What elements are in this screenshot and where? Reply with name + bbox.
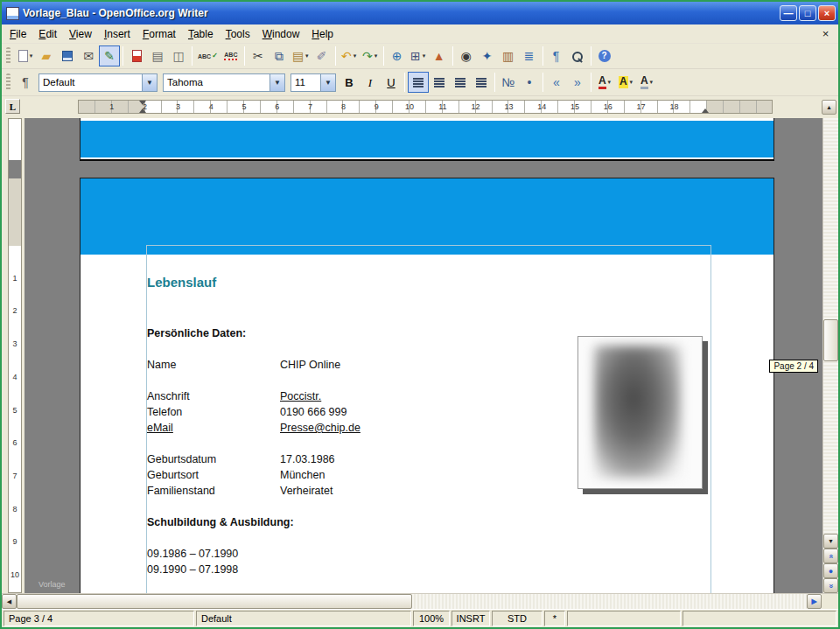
horizontal-scrollbar[interactable]: ◀ ▶ — [2, 593, 838, 609]
scroll-up-button[interactable]: ▲ — [822, 100, 836, 115]
status-pane-1[interactable]: Page 3 / 4 — [4, 611, 194, 626]
save-button[interactable] — [57, 45, 78, 66]
status-pane-7[interactable] — [567, 611, 681, 626]
minimize-button[interactable]: — — [780, 5, 797, 21]
status-pane-4[interactable]: INSRT — [452, 611, 490, 626]
insert-table-button[interactable]: ⊞▾ — [408, 45, 429, 66]
scroll-down-button[interactable]: ▼ — [823, 534, 838, 549]
close-button[interactable]: × — [818, 5, 836, 21]
toolbar-grip[interactable] — [6, 47, 10, 65]
font-name-select[interactable]: Tahoma ▼ — [163, 73, 285, 92]
toolbar-grip[interactable] — [6, 73, 10, 91]
next-page-button[interactable]: » — [823, 578, 838, 593]
export-as-pdf-button[interactable] — [126, 45, 147, 66]
menu-format[interactable]: Format — [136, 25, 182, 43]
zoom-button[interactable] — [567, 45, 588, 66]
horizontal-scroll-track[interactable] — [17, 594, 807, 609]
status-pane-2[interactable]: Default — [196, 611, 411, 626]
cut-button[interactable]: ✂ — [248, 45, 269, 66]
font-color-button[interactable]: A▾ — [594, 72, 615, 93]
styles-and-formatting-button[interactable]: ¶ — [15, 72, 36, 93]
status-pane-6[interactable]: * — [544, 611, 565, 626]
scroll-right-button[interactable]: ▶ — [807, 594, 822, 609]
highlighting-dropdown-arrow[interactable]: ▾ — [630, 79, 634, 86]
nonprinting-characters-button[interactable]: ¶ — [546, 45, 567, 66]
right-indent-marker[interactable] — [702, 108, 709, 113]
menu-file[interactable]: File — [4, 25, 32, 43]
menu-tools[interactable]: Tools — [220, 25, 256, 43]
highlighting-button[interactable]: A▾ — [615, 72, 636, 93]
menu-window[interactable]: Window — [256, 25, 306, 43]
new-document-dropdown-arrow[interactable]: ▾ — [30, 52, 33, 59]
vertical-scroll-thumb[interactable] — [823, 319, 838, 361]
redo-button[interactable]: ↷▾ — [360, 45, 381, 66]
justified-button[interactable] — [471, 72, 492, 93]
photo-frame[interactable] — [578, 336, 703, 489]
status-pane-8[interactable] — [682, 611, 836, 626]
numbering-button[interactable]: № — [498, 72, 519, 93]
format-paintbrush-button[interactable]: ✐ — [312, 45, 332, 66]
draw-functions-button[interactable]: ▲ — [429, 45, 450, 66]
font-size-select[interactable]: 11 ▼ — [290, 73, 336, 92]
copy-button[interactable]: ⧉ — [269, 45, 290, 66]
increase-indent-button[interactable]: » — [567, 72, 588, 93]
vertical-ruler[interactable]: 12345678910 — [2, 118, 24, 593]
menu-insert[interactable]: Insert — [98, 25, 136, 43]
paragraph-style-select[interactable]: Default ▼ — [38, 73, 158, 92]
page-preview-button[interactable]: ◫ — [168, 45, 189, 66]
data-sources-button[interactable]: ≣ — [519, 45, 540, 66]
align-left-button[interactable] — [408, 72, 429, 93]
navigator-button[interactable]: ✦ — [477, 45, 498, 66]
menu-help[interactable]: Help — [305, 25, 340, 43]
horizontal-scroll-thumb[interactable] — [17, 594, 412, 609]
undo-button[interactable]: ↶▾ — [339, 45, 360, 66]
title-bar[interactable]: Vorlage_Blau - OpenOffice.org Writer — □… — [2, 2, 838, 24]
paste-button[interactable]: ▤▾ — [290, 45, 312, 66]
menu-view[interactable]: View — [63, 25, 98, 43]
gallery-button[interactable]: ▥ — [498, 45, 519, 66]
background-color-dropdown-arrow[interactable]: ▾ — [650, 79, 654, 86]
menu-edit[interactable]: Edit — [32, 25, 63, 43]
open-button[interactable]: ▰ — [36, 45, 57, 66]
insert-table-dropdown-arrow[interactable]: ▾ — [423, 52, 426, 59]
close-document-icon[interactable]: × — [818, 27, 833, 40]
print-button[interactable]: ▤ — [147, 45, 168, 66]
find-replace-button[interactable]: ◉ — [456, 45, 477, 66]
status-pane-5[interactable]: STD — [492, 611, 542, 626]
horizontal-ruler[interactable]: 123456789101112131415161718 — [78, 100, 773, 114]
underline-button[interactable]: U — [381, 72, 402, 93]
align-center-button[interactable] — [429, 72, 450, 93]
chevron-down-icon[interactable]: ▼ — [270, 74, 284, 91]
redo-dropdown-arrow[interactable]: ▾ — [374, 52, 378, 59]
doc-value[interactable]: Poccistr. — [280, 390, 321, 402]
status-pane-3[interactable]: 100% — [413, 611, 450, 626]
previous-page-button[interactable]: « — [823, 549, 838, 563]
bullets-button[interactable]: • — [519, 72, 540, 93]
menu-table[interactable]: Table — [182, 25, 220, 43]
background-color-button[interactable]: A▾ — [636, 72, 657, 93]
help-button[interactable]: ? — [594, 45, 615, 66]
spellcheck-button[interactable] — [195, 45, 220, 66]
undo-dropdown-arrow[interactable]: ▾ — [354, 52, 357, 59]
chevron-down-icon[interactable]: ▼ — [142, 74, 157, 91]
italic-button[interactable]: I — [360, 72, 381, 93]
chevron-down-icon[interactable]: ▼ — [320, 74, 335, 91]
edit-file-button[interactable]: ✎ — [99, 45, 120, 66]
document-as-email-button[interactable]: ✉ — [78, 45, 99, 66]
vertical-scroll-track[interactable] — [823, 118, 838, 534]
font-color-dropdown-arrow[interactable]: ▾ — [608, 79, 612, 86]
scroll-left-button[interactable]: ◀ — [2, 594, 17, 609]
paste-dropdown-arrow[interactable]: ▾ — [305, 52, 309, 59]
bold-button[interactable]: B — [339, 72, 360, 93]
new-document-button[interactable]: ▾ — [15, 45, 36, 66]
vertical-scrollbar[interactable]: ▼ « ● » — [822, 118, 838, 593]
auto-spellcheck-button[interactable] — [220, 45, 242, 66]
document-canvas[interactable]: LebenslaufPersönliche Daten:NameCHIP Onl… — [24, 118, 822, 593]
navigation-button[interactable]: ● — [823, 563, 838, 578]
hyperlink-button[interactable]: ⊕ — [387, 45, 408, 66]
decrease-indent-button[interactable]: « — [546, 72, 567, 93]
maximize-button[interactable]: □ — [799, 5, 816, 21]
doc-value[interactable]: Presse@chip.de — [280, 422, 360, 434]
align-right-button[interactable] — [450, 72, 471, 93]
tab-type-selector[interactable]: L — [5, 99, 20, 114]
